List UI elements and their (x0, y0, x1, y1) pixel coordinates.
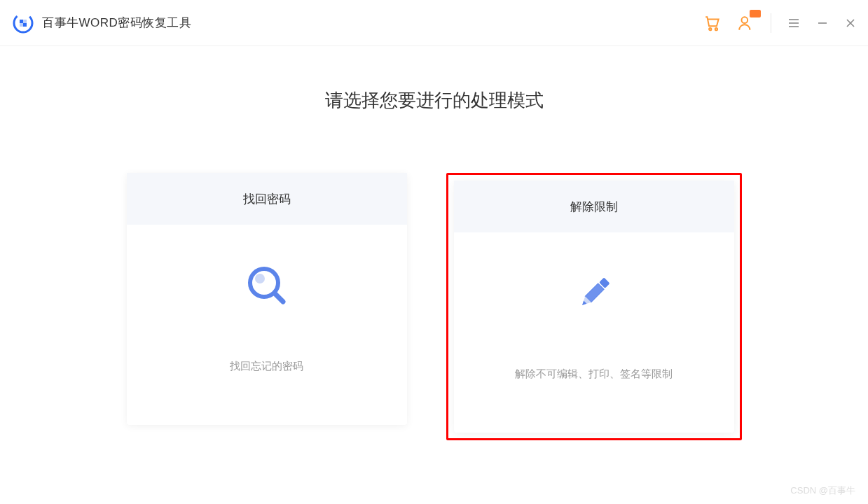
recover-password-card[interactable]: 找回密码 找回忘记的密码 (127, 173, 407, 425)
svg-point-7 (742, 17, 748, 23)
titlebar-actions (703, 13, 857, 33)
svg-rect-4 (20, 23, 23, 27)
magnifier-icon (244, 263, 289, 308)
menu-icon[interactable] (787, 16, 801, 30)
separator (771, 13, 771, 33)
watermark: CSDN @百事牛 (790, 484, 855, 497)
svg-point-15 (255, 274, 265, 284)
remove-restriction-card[interactable]: 解除限制 解除不可编辑、打印、签名等限制 (454, 181, 734, 433)
card-body: 找回忘记的密码 (127, 225, 407, 425)
svg-line-16 (275, 293, 283, 302)
mode-cards: 找回密码 找回忘记的密码 解除限制 (0, 173, 868, 440)
brand: 百事牛WORD密码恢复工具 (13, 13, 191, 34)
user-icon[interactable] (737, 14, 755, 32)
card-body: 解除不可编辑、打印、签名等限制 (454, 232, 734, 433)
app-title: 百事牛WORD密码恢复工具 (42, 15, 191, 31)
page-heading: 请选择您要进行的处理模式 (0, 88, 868, 113)
titlebar: 百事牛WORD密码恢复工具 (0, 0, 868, 46)
card-title: 找回密码 (127, 173, 407, 225)
cart-icon[interactable] (703, 14, 722, 32)
main-content: 请选择您要进行的处理模式 找回密码 找回忘记的密码 解除限制 (0, 46, 868, 440)
svg-rect-2 (23, 23, 27, 27)
notification-badge-icon (750, 10, 761, 18)
minimize-button[interactable] (816, 17, 829, 29)
svg-rect-3 (23, 20, 27, 23)
svg-rect-1 (20, 20, 23, 23)
card-title: 解除限制 (454, 181, 734, 232)
pencil-icon (572, 271, 616, 316)
highlighted-selection: 解除限制 解除不可编辑、打印、签名等限制 (446, 173, 742, 440)
card-description: 解除不可编辑、打印、签名等限制 (515, 368, 673, 381)
svg-point-5 (709, 28, 711, 30)
app-logo-icon (13, 13, 34, 34)
card-description: 找回忘记的密码 (230, 360, 303, 373)
svg-point-6 (715, 28, 717, 30)
close-button[interactable] (844, 17, 857, 29)
